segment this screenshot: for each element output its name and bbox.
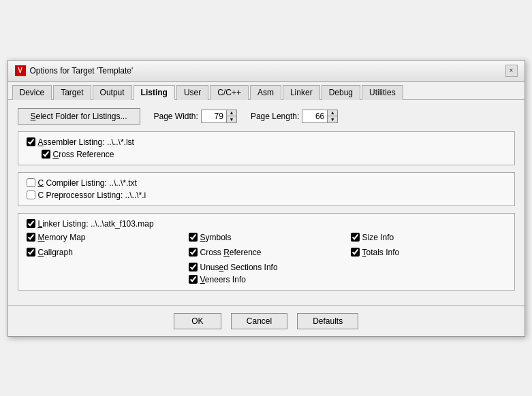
page-width-label: Page Width:: [154, 112, 198, 121]
symbols-row: Symbols: [189, 233, 344, 242]
linker-listing-label: Linker Listing: ..\..\atk_f103.map: [38, 219, 154, 229]
assembler-listing-checkbox[interactable]: [27, 137, 35, 146]
unused-sections-label: Unused Sections Info: [200, 263, 278, 272]
tab-linker[interactable]: Linker: [283, 85, 320, 100]
memory-map-checkbox[interactable]: [27, 233, 35, 242]
assembler-cross-reference-checkbox[interactable]: [42, 150, 50, 159]
assembler-section: Assembler Listing: ..\..\*.lst Cross Ref…: [18, 131, 515, 165]
page-length-spinner: ▲ ▼: [302, 110, 338, 123]
assembler-listing-label: Assembler Listing: ..\..\*.lst: [38, 137, 134, 147]
callgraph-label: Callgraph: [38, 248, 73, 257]
tabs-bar: Device Target Output Listing User C/C++ …: [8, 82, 525, 100]
tab-listing[interactable]: Listing: [134, 85, 175, 100]
cancel-button[interactable]: Cancel: [231, 313, 287, 329]
page-length-input[interactable]: [302, 110, 327, 122]
assembler-cross-reference-label: Cross Reference: [53, 150, 114, 159]
page-width-down-button[interactable]: ▼: [227, 116, 236, 122]
page-length-label: Page Length:: [251, 112, 299, 121]
c-preprocessor-label: C Preprocessor Listing: ..\..\*.i: [38, 191, 146, 200]
bottom-bar: OK Cancel Defaults: [8, 306, 525, 336]
veneers-info-checkbox[interactable]: [189, 275, 198, 284]
unused-sections-row: Unused Sections Info: [189, 263, 506, 272]
cross-reference-row: Cross Reference: [42, 150, 506, 159]
totals-info-row: Totals Info: [351, 248, 506, 257]
linker-cross-reference-label: Cross Reference: [200, 248, 262, 257]
symbols-label: Symbols: [200, 233, 232, 242]
page-length-up-button[interactable]: ▲: [328, 110, 337, 116]
c-preprocessor-checkbox[interactable]: [27, 191, 35, 199]
dialog: V Options for Target 'Template' × Device…: [7, 60, 525, 337]
size-info-label: Size Info: [362, 233, 394, 242]
linker-options-grid: Memory Map Symbols Size Info: [27, 233, 506, 284]
app-icon: V: [15, 65, 26, 76]
veneers-info-label: Veneers Info: [200, 275, 246, 284]
tab-user[interactable]: User: [176, 85, 208, 100]
tab-output[interactable]: Output: [93, 85, 132, 100]
assembler-listing-row: Assembler Listing: ..\..\*.lst: [27, 137, 506, 147]
memory-map-label: Memory Map: [38, 233, 86, 242]
page-width-up-button[interactable]: ▲: [227, 110, 236, 116]
c-compiler-label: C Compiler Listing: ..\..\*.txt: [38, 178, 137, 188]
content-area: SSelect Folder for Listings...elect Fold…: [8, 100, 525, 306]
linker-cross-reference-checkbox[interactable]: [189, 248, 198, 257]
unused-sections-checkbox[interactable]: [189, 263, 198, 271]
select-folder-button[interactable]: SSelect Folder for Listings...elect Fold…: [18, 108, 140, 125]
page-width-spinner: ▲ ▼: [201, 110, 237, 123]
page-length-down-button[interactable]: ▼: [328, 116, 337, 122]
tab-asm[interactable]: Asm: [250, 85, 281, 100]
totals-info-checkbox[interactable]: [351, 248, 360, 257]
linker-cross-ref-row: Cross Reference: [189, 248, 344, 257]
defaults-button[interactable]: Defaults: [297, 313, 358, 329]
tab-cpp[interactable]: C/C++: [210, 85, 249, 100]
ok-button[interactable]: OK: [174, 313, 221, 329]
totals-info-label: Totals Info: [362, 248, 400, 257]
tab-utilities[interactable]: Utilities: [362, 85, 403, 100]
tab-device[interactable]: Device: [12, 85, 52, 100]
close-button[interactable]: ×: [505, 65, 518, 77]
tab-target[interactable]: Target: [53, 85, 91, 100]
callgraph-checkbox[interactable]: [27, 248, 35, 257]
linker-section: Linker Listing: ..\..\atk_f103.map Memor…: [18, 213, 515, 291]
symbols-checkbox[interactable]: [189, 233, 198, 242]
title-bar: V Options for Target 'Template' ×: [8, 61, 525, 82]
size-info-checkbox[interactable]: [351, 233, 360, 242]
veneers-info-row: Veneers Info: [189, 275, 506, 284]
page-width-group: Page Width: ▲ ▼: [154, 110, 237, 123]
c-preprocessor-row: C Preprocessor Listing: ..\..\*.i: [27, 191, 506, 200]
page-length-group: Page Length: ▲ ▼: [251, 110, 338, 123]
top-row: SSelect Folder for Listings...elect Fold…: [18, 108, 515, 125]
linker-listing-checkbox[interactable]: [27, 219, 35, 228]
linker-listing-row: Linker Listing: ..\..\atk_f103.map: [27, 219, 506, 229]
dialog-title: Options for Target 'Template': [30, 66, 134, 76]
page-width-input[interactable]: [202, 110, 226, 122]
compiler-section: C Compiler Listing: ..\..\*.txt C Prepro…: [18, 172, 515, 206]
size-info-row: Size Info: [351, 233, 506, 242]
tab-debug[interactable]: Debug: [322, 85, 360, 100]
callgraph-row: Callgraph: [27, 248, 182, 257]
c-compiler-checkbox[interactable]: [27, 178, 35, 187]
memory-map-row: Memory Map: [27, 233, 182, 242]
c-compiler-row: C Compiler Listing: ..\..\*.txt: [27, 178, 506, 188]
